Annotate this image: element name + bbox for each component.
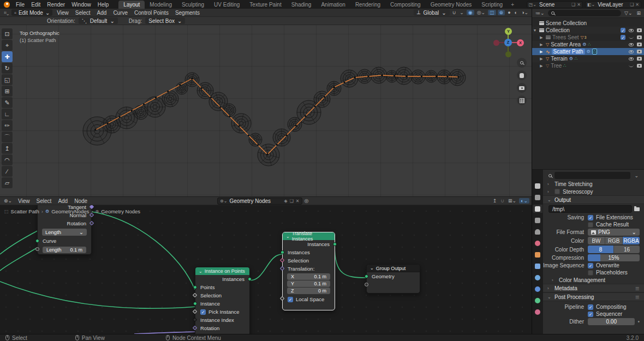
camera-view-button[interactable] bbox=[517, 83, 527, 93]
node-menu-item[interactable]: View bbox=[15, 198, 33, 204]
tab-object-data[interactable] bbox=[533, 308, 542, 316]
parent-tree-icon[interactable]: ↥ bbox=[492, 198, 498, 204]
terrain-label[interactable]: Terrain bbox=[551, 56, 568, 62]
tab-scene[interactable] bbox=[533, 228, 542, 236]
panel-output[interactable]: ⌄ Output bbox=[543, 195, 644, 204]
xray-toggle-icon[interactable]: ◫ bbox=[488, 10, 496, 15]
expand-icon[interactable]: ▶ bbox=[539, 64, 544, 68]
new-tree-icon[interactable]: ❏ bbox=[290, 199, 294, 204]
outliner-row-tree[interactable]: ▶ ▽ Tree ∴ bbox=[532, 62, 644, 69]
file-format-dropdown[interactable]: PNG ⌄ bbox=[588, 229, 640, 236]
viewport-menu-item[interactable]: Control Points bbox=[131, 10, 172, 16]
collection-label[interactable]: Collection bbox=[546, 27, 570, 33]
outliner-row-scatter-path[interactable]: ▶ ∿ Scatter Path ⚙ ∴ bbox=[532, 48, 644, 55]
curve-input-socket[interactable] bbox=[35, 239, 39, 243]
color-bw-option[interactable]: BW bbox=[588, 237, 605, 244]
properties-search-input[interactable] bbox=[554, 172, 630, 179]
node-header-translate-instances[interactable]: ⌄ Translate Instances bbox=[283, 232, 335, 240]
collapse-icon[interactable]: ⌄ bbox=[370, 266, 374, 271]
viewport-menu-item[interactable]: View bbox=[53, 10, 72, 16]
tab-view-layer[interactable] bbox=[533, 216, 542, 224]
new-viewlayer-icon[interactable]: ❏ bbox=[630, 2, 634, 7]
editor-type-icon[interactable]: ⌗⌄ bbox=[2, 10, 10, 16]
translate-instances-node[interactable]: ⌄ Translate Instances Instances Instance… bbox=[282, 232, 335, 310]
tab-modifiers[interactable] bbox=[533, 262, 542, 270]
depth-16-option[interactable]: 16 bbox=[614, 246, 640, 253]
workspace-tab[interactable]: + bbox=[508, 1, 517, 9]
tab-world[interactable] bbox=[533, 239, 542, 247]
blender-logo-icon[interactable] bbox=[4, 2, 10, 8]
color-rgb-option[interactable]: RGB bbox=[605, 237, 623, 244]
tool-button[interactable]: ⌒ bbox=[2, 131, 13, 142]
proportional-falloff-icon[interactable]: ◎⌄ bbox=[476, 10, 486, 15]
shading-rendered-icon[interactable]: ◑⌄ bbox=[520, 10, 529, 15]
workspace-tab[interactable]: Geometry Nodes bbox=[426, 1, 477, 9]
scene-browse-icon[interactable]: ◳⌄ bbox=[529, 2, 536, 7]
remove-viewlayer-icon[interactable]: ✕ bbox=[635, 2, 639, 7]
workspace-tab[interactable]: Texture Paint bbox=[245, 1, 286, 9]
placeholders-checkbox[interactable] bbox=[588, 270, 593, 276]
mode-dropdown[interactable]: ▫ Edit Mode ⌄ bbox=[11, 9, 52, 16]
tool-button[interactable]: ↥ bbox=[2, 143, 13, 154]
eye-icon[interactable] bbox=[629, 57, 634, 61]
node-editor-type-icon[interactable]: ⊛⌄ bbox=[2, 198, 14, 204]
instance-input-socket[interactable] bbox=[193, 302, 197, 306]
node-tree-browse-icon[interactable]: ⊛⌄ bbox=[220, 199, 227, 204]
workspace-tab[interactable]: Rendering bbox=[350, 1, 385, 9]
viewlayer-selector[interactable]: ◧⌄ ViewLayer ❏ ✕ bbox=[585, 1, 641, 8]
tool-button[interactable]: ◱ bbox=[2, 74, 13, 85]
panel-post-processing[interactable]: ⌄ Post Processing ≣ bbox=[543, 292, 644, 301]
eye-icon[interactable] bbox=[629, 29, 634, 32]
tab-tool[interactable] bbox=[533, 182, 542, 190]
eye-icon[interactable] bbox=[629, 43, 634, 46]
eye-icon[interactable] bbox=[629, 50, 634, 53]
tool-button[interactable]: ✎ bbox=[2, 97, 13, 108]
navigation-gizmo[interactable]: Y X Z bbox=[492, 27, 524, 59]
fake-user-icon[interactable]: ◈ bbox=[284, 199, 288, 204]
dither-dot-icon[interactable]: • bbox=[637, 319, 640, 325]
camera-visibility-icon[interactable] bbox=[637, 57, 642, 61]
viewport-menu-item[interactable]: Add bbox=[94, 10, 110, 16]
collection-checkbox[interactable]: ✓ bbox=[621, 28, 625, 33]
eye-closed-icon[interactable] bbox=[629, 64, 634, 67]
outliner-row-scene-collection[interactable]: Scene Collection bbox=[532, 20, 644, 27]
tool-button[interactable]: ∟ bbox=[2, 109, 13, 119]
drag-setting-dropdown[interactable]: Select Box ⌄ bbox=[145, 17, 185, 24]
ortho-toggle-button[interactable] bbox=[517, 95, 527, 105]
instances-output-socket[interactable] bbox=[248, 277, 252, 281]
expand-icon[interactable]: ▶ bbox=[539, 50, 544, 54]
pick-instance-checkbox[interactable]: ✓ bbox=[200, 309, 206, 315]
workspace-tab[interactable]: Layout bbox=[118, 1, 145, 9]
collapse-icon[interactable]: ⌄ bbox=[286, 234, 290, 239]
viewport-menu-item[interactable]: Segments bbox=[172, 10, 203, 16]
panel-time-stretching[interactable]: › Time Stretching bbox=[543, 180, 644, 188]
eye-closed-icon[interactable] bbox=[629, 36, 634, 39]
tab-particles[interactable] bbox=[533, 273, 542, 282]
overwrite-checkbox[interactable]: ✓ bbox=[588, 263, 593, 268]
tab-physics[interactable] bbox=[533, 285, 542, 293]
topbar-menu-item[interactable]: File bbox=[13, 2, 28, 8]
overlays-icon[interactable]: ⊕ bbox=[498, 10, 505, 15]
local-space-checkbox[interactable]: ✓ bbox=[288, 297, 293, 302]
stereoscopy-checkbox[interactable] bbox=[554, 189, 560, 194]
unlink-scene-icon[interactable]: ✕ bbox=[577, 2, 581, 7]
collection-checkbox[interactable]: ✓ bbox=[621, 35, 625, 40]
depth-8-option[interactable]: 8 bbox=[588, 246, 614, 253]
outliner-search[interactable] bbox=[548, 10, 621, 16]
scatter-area-label[interactable]: Scatter Area bbox=[551, 41, 581, 47]
gizmo-negy-ball[interactable] bbox=[505, 51, 511, 57]
shading-solid-icon[interactable]: ● bbox=[506, 10, 511, 15]
panel-color-management[interactable]: › Color Management bbox=[543, 276, 644, 284]
points-input-socket[interactable] bbox=[193, 285, 197, 289]
drag-grip-icon[interactable]: ≣ bbox=[635, 294, 640, 300]
orientation-setting-dropdown[interactable]: ⋱ Default ⌄ bbox=[79, 17, 118, 24]
unlink-tree-icon[interactable]: ✕ bbox=[296, 199, 300, 204]
translation-z-field[interactable]: Z 0 m bbox=[287, 288, 330, 294]
tab-object[interactable] bbox=[533, 250, 542, 259]
camera-visibility-icon[interactable] bbox=[637, 43, 642, 46]
tab-constraints[interactable] bbox=[533, 296, 542, 304]
trees-seet-label[interactable]: Trees Seet bbox=[552, 34, 579, 40]
gizmo-x-ball[interactable]: X bbox=[517, 39, 524, 46]
topbar-menu-item[interactable]: Edit bbox=[28, 2, 44, 8]
topbar-menu-item[interactable]: Window bbox=[68, 2, 94, 8]
